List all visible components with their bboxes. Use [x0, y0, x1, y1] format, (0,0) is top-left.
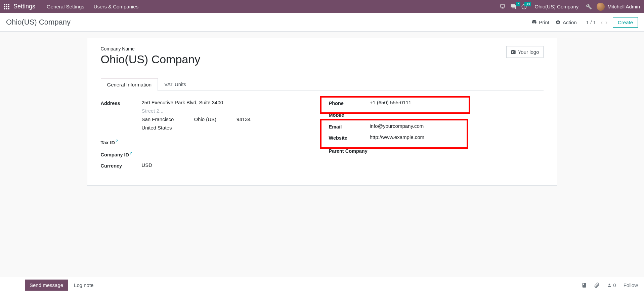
email-label: Email: [329, 123, 370, 130]
mobile-label: Mobile: [329, 111, 370, 118]
tabs: General Information VAT Units: [101, 77, 544, 91]
tab-vat-units[interactable]: VAT Units: [158, 78, 192, 91]
activities-badge: 39: [524, 2, 531, 6]
messages-badge: 7: [516, 2, 520, 6]
logo-upload[interactable]: Your logo: [506, 46, 544, 58]
left-column: Address 250 Executive Park Blvd, Suite 3…: [101, 100, 315, 172]
create-button[interactable]: Create: [613, 17, 638, 28]
address-label: Address: [101, 100, 142, 106]
state-field[interactable]: Ohio (US): [194, 116, 216, 122]
print-button[interactable]: Print: [531, 20, 549, 25]
phone-label: Phone: [329, 100, 370, 106]
menu-general-settings[interactable]: General Settings: [47, 4, 84, 9]
camera-icon: [511, 49, 516, 55]
email-field[interactable]: info@yourcompany.com: [370, 123, 544, 129]
user-name: Mitchell Admin: [607, 4, 640, 9]
apps-icon[interactable]: [4, 4, 9, 9]
svg-rect-1: [6, 4, 7, 5]
svg-rect-8: [8, 8, 9, 9]
pager[interactable]: 1 / 1: [586, 20, 596, 25]
svg-rect-0: [4, 4, 5, 5]
street2-field[interactable]: Street 2...: [142, 108, 315, 114]
street-field[interactable]: 250 Executive Park Blvd, Suite 3400: [142, 100, 315, 105]
follow-button[interactable]: Follow: [624, 282, 638, 288]
company-id-label: Company ID?: [101, 150, 142, 157]
menu-users-companies[interactable]: Users & Companies: [94, 4, 138, 9]
control-panel: Ohio(US) Company Print Action 1 / 1 ‹ › …: [0, 13, 644, 32]
address-field[interactable]: 250 Executive Park Blvd, Suite 3400 Stre…: [142, 100, 315, 133]
svg-rect-7: [6, 8, 7, 9]
zip-field[interactable]: 94134: [237, 116, 251, 122]
gear-icon: [555, 20, 561, 25]
tax-id-label: Tax ID?: [101, 138, 142, 145]
country-field[interactable]: United States: [142, 125, 315, 131]
log-note-button[interactable]: Log note: [74, 282, 93, 288]
send-message-button[interactable]: Send message: [25, 280, 68, 291]
form-sheet: Company Name Ohio(US) Company Your logo …: [87, 38, 557, 186]
company-switcher[interactable]: Ohio(US) Company: [534, 4, 578, 9]
parent-company-label: Parent Company: [329, 147, 383, 154]
city-field[interactable]: San Francisco: [142, 116, 174, 122]
debug-icon[interactable]: [586, 4, 592, 10]
currency-field[interactable]: USD: [142, 162, 315, 168]
svg-rect-5: [8, 6, 9, 7]
website-label: Website: [329, 134, 370, 141]
tab-general-information[interactable]: General Information: [101, 78, 158, 91]
voip-icon[interactable]: [500, 4, 506, 10]
svg-rect-3: [4, 6, 5, 7]
attachment-icon[interactable]: [594, 283, 600, 288]
print-icon: [531, 20, 537, 25]
messages-icon[interactable]: 7: [510, 4, 516, 10]
activities-icon[interactable]: 39: [521, 4, 527, 10]
pager-prev-icon[interactable]: ‹: [599, 19, 604, 26]
phone-field[interactable]: +1 (650) 555-0111: [370, 100, 544, 105]
company-name-field[interactable]: Ohio(US) Company: [101, 53, 201, 66]
svg-rect-6: [4, 8, 5, 9]
breadcrumb-title: Ohio(US) Company: [6, 18, 71, 27]
avatar: [597, 3, 605, 11]
followers-count[interactable]: 0: [607, 282, 616, 288]
book-icon[interactable]: [582, 283, 587, 288]
help-icon[interactable]: ?: [130, 151, 132, 155]
right-column: Phone +1 (650) 555-0111 Mobile Email inf…: [329, 100, 544, 172]
currency-label: Currency: [101, 162, 142, 169]
topbar: Settings General Settings Users & Compan…: [0, 0, 644, 13]
action-button[interactable]: Action: [555, 20, 577, 25]
company-name-label: Company Name: [101, 46, 201, 51]
app-brand[interactable]: Settings: [13, 3, 35, 10]
user-menu[interactable]: Mitchell Admin: [597, 3, 640, 11]
svg-rect-4: [6, 6, 7, 7]
chatter-bar: Send message Log note 0 Follow: [0, 277, 644, 293]
systray: 7 39 Ohio(US) Company Mitchell Admin: [500, 3, 640, 11]
svg-rect-2: [8, 4, 9, 5]
help-icon[interactable]: ?: [116, 139, 118, 143]
website-field[interactable]: http://www.example.com: [370, 134, 544, 140]
pager-next-icon[interactable]: ›: [604, 19, 609, 26]
